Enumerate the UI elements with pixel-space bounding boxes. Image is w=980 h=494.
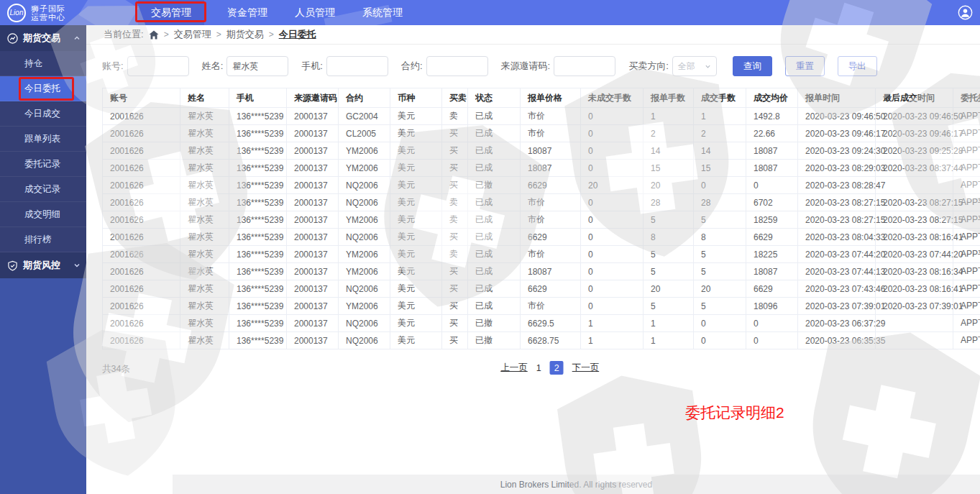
table-cell: 瞿水英 bbox=[180, 315, 229, 332]
table-cell: 20 bbox=[694, 280, 746, 298]
sidebar-item-ranking[interactable]: 排行榜 bbox=[0, 227, 86, 252]
table-cell: 瞿水英 bbox=[180, 298, 229, 315]
nav-item-fund-management[interactable]: 资金管理 bbox=[214, 0, 280, 25]
table-cell: 0 bbox=[581, 280, 644, 298]
sidebar-item-today-orders[interactable]: 今日委托 bbox=[0, 76, 86, 101]
direction-select[interactable]: 全部 bbox=[672, 56, 717, 76]
table-cell: 瞿水英 bbox=[180, 229, 229, 246]
table-cell: 2001626 bbox=[103, 194, 180, 211]
table-cell: 市价 bbox=[521, 211, 581, 229]
home-icon[interactable] bbox=[149, 30, 159, 40]
table-row[interactable]: 2001626瞿水英136****52392000137NQ2006美元买已撤6… bbox=[103, 332, 980, 349]
account-input[interactable] bbox=[127, 56, 189, 76]
column-header: 未成交手数 bbox=[581, 88, 644, 108]
sidebar-item-order-records[interactable]: 委托记录 bbox=[0, 152, 86, 177]
table-row[interactable]: 2001626瞿水英136****52392000137YM2006美元买已成1… bbox=[103, 263, 980, 280]
table-cell: 2001626 bbox=[103, 263, 180, 280]
sidebar-item-positions[interactable]: 持仓 bbox=[0, 51, 86, 76]
table-cell: 买 bbox=[442, 177, 468, 194]
table-cell: 0 bbox=[581, 263, 644, 280]
next-page-link[interactable]: 下一页 bbox=[572, 362, 600, 374]
page-number-1[interactable]: 1 bbox=[536, 363, 541, 373]
table-row[interactable]: 2001626瞿水英136****52392000137NQ2006美元买已成6… bbox=[103, 229, 980, 246]
table-row[interactable]: 2001626瞿水英136****52392000137YM2006美元卖已成市… bbox=[103, 246, 980, 263]
export-button[interactable]: 导出 bbox=[838, 56, 877, 76]
table-cell: 2000137 bbox=[287, 315, 339, 332]
table-cell: 1 bbox=[644, 332, 694, 349]
table-row[interactable]: 2001626瞿水英136****52392000137YM2006美元卖已成市… bbox=[103, 211, 980, 229]
sidebar-item-follow-list[interactable]: 跟单列表 bbox=[0, 127, 86, 152]
table-row[interactable]: 2001626瞿水英136****52392000137NQ2006美元买已成6… bbox=[103, 280, 980, 298]
table-row[interactable]: 2001626瞿水英136****52392000137YM2006美元买已成1… bbox=[103, 142, 980, 160]
sidebar-section-label: 期货风控 bbox=[23, 259, 68, 272]
name-input[interactable] bbox=[226, 56, 288, 76]
sidebar-item-trade-records[interactable]: 成交记录 bbox=[0, 177, 86, 202]
table-cell: 0 bbox=[694, 332, 746, 349]
table-cell: GC2004 bbox=[339, 108, 390, 125]
table-cell: 已成 bbox=[468, 280, 521, 298]
lion-logo-icon: Lion bbox=[7, 4, 26, 22]
table-cell: 已撤 bbox=[468, 332, 521, 349]
table-cell: YM2006 bbox=[339, 298, 390, 315]
table-row[interactable]: 2001626瞿水英136****52392000137YM2006美元买已成1… bbox=[103, 160, 980, 177]
table-cell: 2001626 bbox=[103, 332, 180, 349]
table-cell: 0 bbox=[581, 125, 644, 142]
table-row[interactable]: 2001626瞿水英136****52392000137NQ2006美元买已撤6… bbox=[103, 315, 980, 332]
table-cell: 2001626 bbox=[103, 211, 180, 229]
table-cell: 0 bbox=[581, 108, 644, 125]
table-cell: 美元 bbox=[390, 298, 442, 315]
reset-button[interactable]: 重置 bbox=[785, 56, 825, 76]
table-cell: 0 bbox=[581, 194, 644, 211]
user-avatar-icon[interactable] bbox=[958, 5, 973, 20]
table-cell: 136****5239 bbox=[229, 177, 287, 194]
table-cell: 2020-03-23 06:35:35 bbox=[798, 332, 876, 349]
table-cell: 2020-03-23 07:44:20 bbox=[798, 246, 876, 263]
table-cell: NQ2006 bbox=[339, 229, 390, 246]
contract-input[interactable] bbox=[426, 56, 488, 76]
table-cell: 136****5239 bbox=[229, 211, 287, 229]
table-row[interactable]: 2001626瞿水英136****52392000137CL2005美元买已成市… bbox=[103, 125, 980, 142]
sidebar-section-futures-risk[interactable]: 期货风控 bbox=[0, 252, 86, 278]
column-header: 姓名 bbox=[180, 88, 229, 108]
table-cell: 瞿水英 bbox=[180, 125, 229, 142]
table-row[interactable]: 2001626瞿水英136****52392000137NQ2006美元买已撤6… bbox=[103, 177, 980, 194]
breadcrumb-item-trade-management[interactable]: 交易管理 bbox=[174, 28, 211, 41]
table-row[interactable]: 2001626瞿水英136****52392000137YM2006美元买已成市… bbox=[103, 298, 980, 315]
page-number-2-active[interactable]: 2 bbox=[550, 361, 564, 375]
direction-label: 买卖方向: bbox=[628, 60, 669, 73]
table-row[interactable]: 2001626瞿水英136****52392000137GC2004美元卖已成市… bbox=[103, 108, 980, 125]
table-cell: 18087 bbox=[521, 263, 581, 280]
table-cell: 买 bbox=[442, 142, 468, 160]
search-button[interactable]: 查询 bbox=[733, 56, 772, 76]
table-row[interactable]: 2001626瞿水英136****52392000137NQ2006美元卖已成市… bbox=[103, 194, 980, 211]
table-cell: 卖 bbox=[442, 246, 468, 263]
table-cell: 美元 bbox=[390, 332, 442, 349]
pagination-bar: 共34条 上一页 1 2 下一页 bbox=[102, 361, 980, 377]
topbar: Lion 狮子国际 运营中心 交易管理 资金管理 人员管理 系统管理 bbox=[0, 0, 980, 25]
table-cell: 5 bbox=[694, 246, 746, 263]
table-cell: 136****5239 bbox=[229, 194, 287, 211]
table-cell: 美元 bbox=[390, 263, 442, 280]
table-cell: 6629 bbox=[521, 280, 581, 298]
invite-code-input[interactable] bbox=[554, 56, 615, 76]
table-cell: 2020-03-23 09:46:17 bbox=[798, 125, 876, 142]
table-cell: 15 bbox=[694, 160, 746, 177]
table-cell: 0 bbox=[581, 211, 644, 229]
annotation-note-text: 委托记录明细2 bbox=[685, 403, 784, 423]
table-cell: 6702 bbox=[746, 194, 798, 211]
table-cell: 2020-03-23 07:39:01 bbox=[876, 298, 953, 315]
breadcrumb-prefix: 当前位置: bbox=[104, 28, 144, 41]
table-cell: 2020-03-23 09:46:50 bbox=[876, 108, 953, 125]
table-cell: 0 bbox=[694, 177, 746, 194]
sidebar-item-today-trades[interactable]: 今日成交 bbox=[0, 101, 86, 127]
table-cell: 市价 bbox=[521, 246, 581, 263]
phone-input[interactable] bbox=[326, 56, 388, 76]
table-cell: 136****5239 bbox=[229, 280, 287, 298]
prev-page-link[interactable]: 上一页 bbox=[500, 362, 528, 374]
breadcrumb-item-futures-trading[interactable]: 期货交易 bbox=[226, 28, 264, 41]
sidebar-section-futures-trading[interactable]: 期货交易 bbox=[0, 25, 86, 51]
sidebar-item-trade-details[interactable]: 成交明细 bbox=[0, 202, 86, 227]
table-cell: 2020-03-23 08:04:33 bbox=[798, 229, 876, 246]
nav-item-trade-management[interactable]: 交易管理 bbox=[138, 0, 204, 25]
table-cell: 136****5239 bbox=[229, 298, 287, 315]
